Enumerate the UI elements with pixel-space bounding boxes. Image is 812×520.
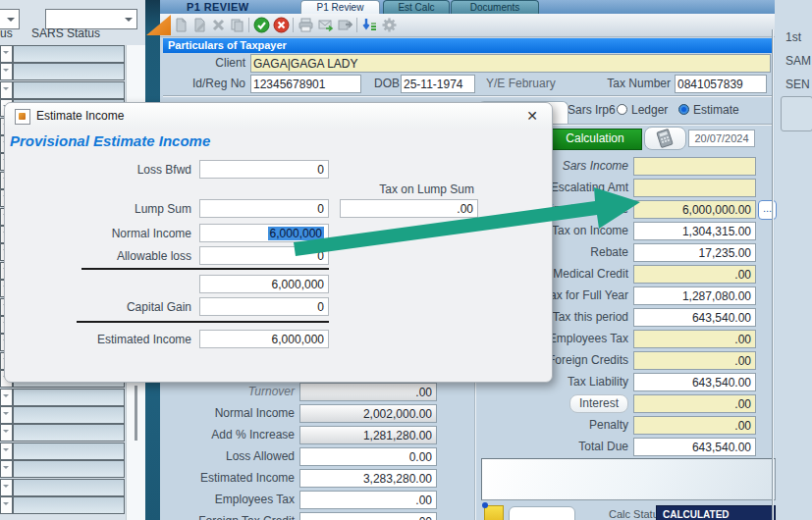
dob-field[interactable]: 25-11-1974 — [401, 75, 475, 93]
rp-label-rebate: Rebate — [590, 245, 628, 259]
tab-est-calc[interactable]: Est Calc — [383, 0, 450, 14]
tax-number-field[interactable]: 0841057839 — [675, 75, 767, 93]
grid-row-cell[interactable] — [13, 424, 125, 442]
normal-income-field[interactable]: 6,000,000 — [199, 224, 329, 242]
lump-sum-field[interactable]: 0 — [199, 199, 329, 218]
allowable-loss-field[interactable]: 0 — [199, 246, 329, 265]
rp-field-rebate[interactable]: 17,235.00 — [633, 243, 756, 262]
grid-row-dropdown[interactable] — [0, 45, 13, 63]
grid-row-cell[interactable] — [13, 460, 125, 478]
rp-field-interest[interactable]: .00 — [633, 394, 756, 413]
estimate-income-dialog: Estimate Income ✕ Provisional Estimate I… — [4, 102, 553, 383]
divider — [163, 95, 772, 96]
es-field-estimated-income[interactable]: 3,283,280.00 — [299, 469, 437, 488]
print-icon[interactable] — [298, 17, 314, 33]
delete-icon[interactable] — [210, 17, 227, 33]
grid-row-cell[interactable] — [13, 45, 125, 63]
year-end: Y/E February — [486, 77, 556, 90]
close-icon[interactable]: ✕ — [521, 107, 543, 126]
radio-ledger[interactable] — [617, 104, 627, 115]
window-title: P1 REVIEW — [187, 1, 249, 13]
radio-label-ledger[interactable]: Ledger — [631, 103, 668, 117]
rp-field-tax-for-full-year[interactable]: 1,287,080.00 — [633, 286, 756, 305]
edit-document-icon[interactable] — [191, 17, 208, 33]
tab-documents[interactable]: Documents — [451, 0, 539, 14]
dialog-title: Estimate Income — [36, 109, 124, 123]
grid-row-cell[interactable] — [13, 406, 125, 424]
status-button[interactable] — [509, 506, 575, 520]
loss-bfwd-field[interactable]: 0 — [199, 160, 329, 179]
grid-row-dropdown[interactable] — [0, 406, 13, 424]
es-field-loss-allowed[interactable]: 0.00 — [299, 447, 437, 466]
scrollbar-thumb[interactable] — [135, 386, 137, 441]
rp-label-employees-tax: Employees Tax — [549, 332, 628, 345]
radio-estimate[interactable] — [678, 104, 689, 115]
copy-icon[interactable] — [229, 17, 245, 33]
grid-row-dropdown[interactable] — [0, 81, 13, 99]
grid-row-dropdown[interactable] — [0, 460, 13, 478]
grid-row-dropdown[interactable] — [0, 389, 13, 406]
id-reg-field[interactable]: 12345678901 — [250, 75, 361, 93]
grid-row-dropdown[interactable] — [0, 442, 13, 460]
tax-number-label: Tax Number — [607, 77, 671, 90]
rp-field-tax-on-income[interactable]: 1,304,315.00 — [633, 222, 756, 240]
es-field-add-increase[interactable]: 1,281,280.00 — [299, 426, 437, 444]
es-field-foreign-tax-credit[interactable]: .00 — [299, 512, 437, 520]
radio-label-estimate[interactable]: Estimate — [693, 103, 739, 117]
rp-field-tax-liability[interactable]: 643,540.00 — [633, 373, 756, 391]
rp-field-tax-this-period[interactable]: 643,540.00 — [633, 308, 756, 327]
side-label-sam: SAM — [785, 54, 811, 68]
capital-gain-field[interactable]: 0 — [199, 297, 329, 316]
new-document-icon[interactable] — [173, 17, 189, 33]
calculation-button[interactable]: Calculation — [548, 129, 642, 150]
calculator-button[interactable] — [644, 127, 686, 150]
rp-label-escalating-amt: Escalating Amt — [551, 181, 628, 194]
es-field-employees-tax[interactable]: .00 — [299, 491, 437, 509]
normal-income-label: Normal Income — [112, 227, 191, 240]
settings-gear-icon[interactable] — [381, 17, 398, 33]
grid-row-dropdown[interactable] — [0, 479, 13, 496]
grid-row-cell[interactable] — [13, 479, 125, 496]
export-icon[interactable] — [337, 17, 353, 33]
grid-row-cell[interactable] — [13, 496, 125, 514]
dob-label: DOB — [374, 77, 400, 90]
note-icon[interactable] — [484, 505, 504, 520]
download-sort-icon[interactable] — [361, 17, 378, 33]
rp-field-medical-credit[interactable]: .00 — [633, 265, 756, 284]
capital-gain-label: Capital Gain — [127, 300, 191, 314]
es-label-add-increase: Add % Increase — [211, 428, 295, 442]
calc-result-panel — [481, 458, 776, 500]
grid-row-dropdown[interactable] — [0, 424, 13, 442]
allowable-loss-label: Allowable loss — [117, 249, 191, 263]
rp-field-foreign-credits[interactable]: .00 — [633, 351, 756, 370]
tab-p1-review[interactable]: P1 Review — [300, 0, 380, 14]
toolbar-separator — [248, 18, 249, 32]
chevron-down-icon — [7, 18, 15, 26]
dialog-heading: Provisional Estimate Income — [10, 132, 210, 149]
rp-field-sars-income[interactable] — [633, 157, 756, 176]
grid-row-cell[interactable] — [13, 81, 125, 99]
ellipsis-button[interactable]: ... — [758, 200, 777, 220]
send-mail-icon[interactable] — [317, 17, 334, 33]
tax-on-lump-sum-field[interactable]: .00 — [340, 199, 478, 218]
rp-field-total-due[interactable]: 643,540.00 — [633, 438, 756, 456]
grid-row-cell[interactable] — [13, 389, 125, 406]
rp-field-escalating-amt[interactable] — [633, 179, 756, 197]
grid-row-dropdown[interactable] — [0, 496, 13, 514]
rp-label-interest[interactable]: Interest — [569, 394, 628, 413]
client-field[interactable]: GAGA|GAGA LADY — [250, 54, 771, 73]
grid-row-cell[interactable] — [13, 63, 125, 80]
rp-field-penalty[interactable]: .00 — [633, 416, 756, 435]
es-field-turnover[interactable]: .00 — [299, 383, 437, 401]
es-field-normal-income[interactable]: 2,002,000.00 — [299, 404, 437, 423]
radio-label-sars-irp6[interactable]: Sars Irp6 — [568, 103, 616, 117]
grid-row-cell[interactable] — [13, 442, 125, 460]
reject-cancel-icon[interactable] — [273, 17, 290, 33]
estimated-income-field[interactable]: 6,000,000 — [199, 330, 329, 348]
grid-row-dropdown[interactable] — [0, 63, 13, 80]
approve-check-icon[interactable] — [253, 17, 270, 33]
rp-field-employees-tax[interactable]: .00 — [633, 330, 756, 348]
subtotal-field[interactable]: 6,000,000 — [199, 275, 329, 293]
calculation-date-field[interactable]: 20/07/2024 — [688, 130, 755, 147]
rp-field-estimated-income[interactable]: 6,000,000.00 — [633, 200, 756, 219]
